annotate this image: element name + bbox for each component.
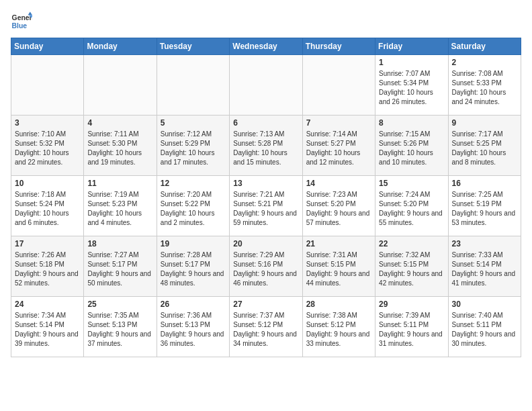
day-info: Sunrise: 7:37 AMSunset: 5:12 PMDaylight:… (233, 311, 298, 349)
day-number: 26 (161, 300, 226, 309)
header-day-saturday: Saturday (448, 38, 521, 55)
day-info: Sunrise: 7:29 AMSunset: 5:16 PMDaylight:… (233, 250, 298, 288)
calendar-cell: 28Sunrise: 7:38 AMSunset: 5:12 PMDayligh… (302, 297, 375, 357)
day-number: 13 (233, 179, 298, 188)
calendar-cell: 15Sunrise: 7:24 AMSunset: 5:20 PMDayligh… (375, 176, 448, 236)
calendar-cell: 1Sunrise: 7:07 AMSunset: 5:34 PMDaylight… (375, 55, 448, 116)
calendar-cell: 26Sunrise: 7:36 AMSunset: 5:13 PMDayligh… (157, 297, 229, 357)
calendar-cell: 4Sunrise: 7:11 AMSunset: 5:30 PMDaylight… (84, 116, 157, 176)
day-number: 14 (306, 179, 371, 188)
calendar-cell: 11Sunrise: 7:19 AMSunset: 5:23 PMDayligh… (84, 176, 157, 236)
day-number: 27 (233, 300, 298, 309)
calendar-week-5: 24Sunrise: 7:34 AMSunset: 5:14 PMDayligh… (11, 297, 521, 357)
day-number: 6 (233, 118, 298, 128)
calendar-cell: 12Sunrise: 7:20 AMSunset: 5:22 PMDayligh… (157, 176, 229, 236)
header-day-sunday: Sunday (11, 38, 84, 55)
header: General Blue (11, 11, 521, 32)
day-number: 1 (379, 58, 444, 67)
calendar-cell (302, 55, 375, 116)
calendar-cell: 7Sunrise: 7:14 AMSunset: 5:27 PMDaylight… (302, 116, 375, 176)
header-day-wednesday: Wednesday (230, 38, 302, 55)
calendar-cell (11, 55, 84, 116)
calendar-cell (230, 55, 302, 116)
day-number: 28 (306, 300, 371, 309)
day-number: 12 (161, 179, 226, 188)
calendar-header: SundayMondayTuesdayWednesdayThursdayFrid… (11, 38, 521, 55)
day-number: 25 (87, 300, 152, 309)
day-number: 17 (15, 239, 80, 248)
header-day-friday: Friday (375, 38, 448, 55)
calendar-week-2: 3Sunrise: 7:10 AMSunset: 5:32 PMDaylight… (11, 116, 521, 176)
day-info: Sunrise: 7:24 AMSunset: 5:20 PMDaylight:… (379, 190, 444, 228)
calendar-cell: 19Sunrise: 7:28 AMSunset: 5:17 PMDayligh… (157, 236, 229, 297)
day-info: Sunrise: 7:26 AMSunset: 5:18 PMDaylight:… (15, 250, 80, 288)
day-info: Sunrise: 7:40 AMSunset: 5:11 PMDaylight:… (452, 311, 517, 349)
calendar-cell: 23Sunrise: 7:33 AMSunset: 5:14 PMDayligh… (448, 236, 521, 297)
calendar-cell: 5Sunrise: 7:12 AMSunset: 5:29 PMDaylight… (157, 116, 229, 176)
day-info: Sunrise: 7:36 AMSunset: 5:13 PMDaylight:… (161, 311, 226, 349)
calendar-cell: 3Sunrise: 7:10 AMSunset: 5:32 PMDaylight… (11, 116, 84, 176)
day-number: 7 (306, 118, 371, 128)
day-info: Sunrise: 7:08 AMSunset: 5:33 PMDaylight:… (452, 69, 517, 107)
day-info: Sunrise: 7:38 AMSunset: 5:12 PMDaylight:… (306, 311, 371, 349)
calendar-cell: 30Sunrise: 7:40 AMSunset: 5:11 PMDayligh… (448, 297, 521, 357)
calendar-cell: 13Sunrise: 7:21 AMSunset: 5:21 PMDayligh… (230, 176, 302, 236)
day-number: 9 (452, 118, 517, 128)
calendar-week-1: 1Sunrise: 7:07 AMSunset: 5:34 PMDaylight… (11, 55, 521, 116)
day-info: Sunrise: 7:13 AMSunset: 5:28 PMDaylight:… (233, 130, 298, 167)
calendar-cell: 22Sunrise: 7:32 AMSunset: 5:15 PMDayligh… (375, 236, 448, 297)
day-info: Sunrise: 7:12 AMSunset: 5:29 PMDaylight:… (161, 130, 226, 167)
calendar-cell: 14Sunrise: 7:23 AMSunset: 5:20 PMDayligh… (302, 176, 375, 236)
day-info: Sunrise: 7:25 AMSunset: 5:19 PMDaylight:… (452, 190, 517, 228)
svg-text:General: General (12, 14, 32, 21)
calendar-week-3: 10Sunrise: 7:18 AMSunset: 5:24 PMDayligh… (11, 176, 521, 236)
day-number: 4 (87, 118, 152, 128)
day-number: 16 (452, 179, 517, 188)
day-info: Sunrise: 7:17 AMSunset: 5:25 PMDaylight:… (452, 130, 517, 167)
day-info: Sunrise: 7:39 AMSunset: 5:11 PMDaylight:… (379, 311, 444, 349)
calendar-cell: 8Sunrise: 7:15 AMSunset: 5:26 PMDaylight… (375, 116, 448, 176)
day-number: 24 (15, 300, 80, 309)
calendar-cell: 16Sunrise: 7:25 AMSunset: 5:19 PMDayligh… (448, 176, 521, 236)
calendar-cell: 25Sunrise: 7:35 AMSunset: 5:13 PMDayligh… (84, 297, 157, 357)
svg-marker-2 (28, 12, 32, 15)
day-info: Sunrise: 7:14 AMSunset: 5:27 PMDaylight:… (306, 130, 371, 167)
day-info: Sunrise: 7:33 AMSunset: 5:14 PMDaylight:… (452, 250, 517, 288)
day-info: Sunrise: 7:27 AMSunset: 5:17 PMDaylight:… (87, 250, 152, 288)
header-day-thursday: Thursday (302, 38, 375, 55)
day-number: 3 (15, 118, 80, 128)
day-info: Sunrise: 7:15 AMSunset: 5:26 PMDaylight:… (379, 130, 444, 167)
day-info: Sunrise: 7:19 AMSunset: 5:23 PMDaylight:… (87, 190, 152, 228)
calendar-cell: 18Sunrise: 7:27 AMSunset: 5:17 PMDayligh… (84, 236, 157, 297)
day-info: Sunrise: 7:11 AMSunset: 5:30 PMDaylight:… (87, 130, 152, 167)
day-number: 11 (87, 179, 152, 188)
day-number: 22 (379, 239, 444, 248)
calendar-cell (84, 55, 157, 116)
day-info: Sunrise: 7:18 AMSunset: 5:24 PMDaylight:… (15, 190, 80, 228)
calendar-cell: 21Sunrise: 7:31 AMSunset: 5:15 PMDayligh… (302, 236, 375, 297)
day-info: Sunrise: 7:31 AMSunset: 5:15 PMDaylight:… (306, 250, 371, 288)
calendar-cell: 17Sunrise: 7:26 AMSunset: 5:18 PMDayligh… (11, 236, 84, 297)
day-number: 8 (379, 118, 444, 128)
day-info: Sunrise: 7:23 AMSunset: 5:20 PMDaylight:… (306, 190, 371, 228)
svg-text:Blue: Blue (12, 22, 28, 30)
day-number: 23 (452, 239, 517, 248)
day-info: Sunrise: 7:28 AMSunset: 5:17 PMDaylight:… (161, 250, 226, 288)
calendar-cell: 10Sunrise: 7:18 AMSunset: 5:24 PMDayligh… (11, 176, 84, 236)
day-number: 15 (379, 179, 444, 188)
header-day-monday: Monday (84, 38, 157, 55)
logo-icon: General Blue (11, 11, 32, 32)
calendar-cell: 9Sunrise: 7:17 AMSunset: 5:25 PMDaylight… (448, 116, 521, 176)
day-info: Sunrise: 7:07 AMSunset: 5:34 PMDaylight:… (379, 69, 444, 107)
day-info: Sunrise: 7:34 AMSunset: 5:14 PMDaylight:… (15, 311, 80, 349)
day-number: 18 (87, 239, 152, 248)
calendar-cell: 27Sunrise: 7:37 AMSunset: 5:12 PMDayligh… (230, 297, 302, 357)
day-number: 20 (233, 239, 298, 248)
calendar-cell: 20Sunrise: 7:29 AMSunset: 5:16 PMDayligh… (230, 236, 302, 297)
header-day-tuesday: Tuesday (157, 38, 229, 55)
day-number: 30 (452, 300, 517, 309)
day-number: 2 (452, 58, 517, 67)
calendar-cell: 24Sunrise: 7:34 AMSunset: 5:14 PMDayligh… (11, 297, 84, 357)
day-number: 19 (161, 239, 226, 248)
calendar-cell (157, 55, 229, 116)
